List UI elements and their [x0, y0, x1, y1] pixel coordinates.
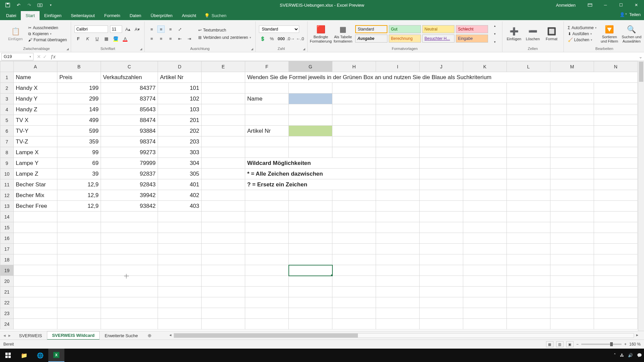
cell[interactable]: [420, 308, 463, 319]
row-header[interactable]: 20: [0, 276, 14, 287]
cell[interactable]: [202, 244, 245, 254]
cell[interactable]: [14, 212, 57, 222]
cell[interactable]: 88474: [101, 115, 158, 126]
cell[interactable]: [289, 319, 332, 329]
cell[interactable]: [550, 276, 594, 287]
cell[interactable]: [507, 254, 550, 265]
cell[interactable]: 39: [57, 169, 101, 179]
border-icon[interactable]: ▦: [103, 35, 110, 42]
cell[interactable]: [420, 179, 463, 190]
cell[interactable]: [202, 265, 245, 276]
cell[interactable]: Artikel Nr: [245, 126, 289, 136]
cell[interactable]: [376, 179, 420, 190]
cell[interactable]: [332, 115, 376, 126]
cell[interactable]: [463, 308, 507, 319]
font-name-input[interactable]: [74, 25, 108, 33]
cell[interactable]: 84377: [101, 83, 158, 94]
cell[interactable]: [376, 115, 420, 126]
cell[interactable]: [507, 169, 550, 179]
cell[interactable]: TV X: [14, 115, 57, 126]
cell[interactable]: 12,9: [57, 179, 101, 190]
percent-icon[interactable]: %: [268, 35, 276, 42]
cell[interactable]: Name: [245, 94, 289, 104]
start-button[interactable]: [0, 349, 16, 362]
row-header[interactable]: 1: [0, 72, 14, 83]
cell[interactable]: [420, 319, 463, 329]
cell[interactable]: [463, 276, 507, 287]
cell[interactable]: [420, 233, 463, 244]
row-header[interactable]: 12: [0, 190, 14, 201]
cell[interactable]: [14, 244, 57, 254]
cell[interactable]: TV-Z: [14, 136, 57, 147]
cell[interactable]: [463, 179, 507, 190]
cell[interactable]: [463, 244, 507, 254]
cell[interactable]: [289, 94, 332, 104]
cell[interactable]: [202, 158, 245, 169]
row-header[interactable]: 22: [0, 297, 14, 308]
cell[interactable]: [202, 190, 245, 201]
cell[interactable]: [507, 115, 550, 126]
cell[interactable]: [332, 147, 376, 158]
cell[interactable]: [158, 287, 202, 297]
cell[interactable]: [332, 287, 376, 297]
row-header[interactable]: 8: [0, 147, 14, 158]
number-format-select[interactable]: Standard: [259, 25, 299, 33]
column-header[interactable]: K: [463, 61, 507, 72]
cell[interactable]: [507, 244, 550, 254]
cell[interactable]: [332, 212, 376, 222]
cell[interactable]: [507, 276, 550, 287]
cell[interactable]: [463, 83, 507, 94]
cell[interactable]: [289, 308, 332, 319]
cell[interactable]: [289, 104, 332, 115]
cell[interactable]: 93884: [101, 126, 158, 136]
enter-formula-icon[interactable]: ✓: [43, 54, 47, 59]
cell[interactable]: [158, 319, 202, 329]
cell[interactable]: [507, 190, 550, 201]
row-header[interactable]: 18: [0, 254, 14, 265]
clear-button[interactable]: 🧹Löschen▾: [567, 37, 597, 43]
cell[interactable]: [245, 136, 289, 147]
cell[interactable]: [289, 201, 332, 212]
cell[interactable]: [507, 265, 550, 276]
view-page-layout-icon[interactable]: ▥: [556, 341, 564, 347]
cell[interactable]: [550, 297, 594, 308]
view-page-break-icon[interactable]: ▣: [566, 341, 574, 347]
cell[interactable]: 499: [57, 115, 101, 126]
cell[interactable]: [463, 222, 507, 233]
cell[interactable]: 203: [158, 136, 202, 147]
cell[interactable]: [507, 297, 550, 308]
sheet-tab-2[interactable]: SVERWEIS Wildcard: [47, 331, 100, 340]
cell[interactable]: Lampe Z: [14, 169, 57, 179]
cell[interactable]: [550, 308, 594, 319]
cell[interactable]: [507, 83, 550, 94]
cell[interactable]: [202, 115, 245, 126]
cell[interactable]: [57, 233, 101, 244]
format-painter-button[interactable]: 🖌Format übertragen: [28, 37, 67, 43]
scroll-left-icon[interactable]: ◄: [169, 333, 172, 337]
row-header[interactable]: 7: [0, 136, 14, 147]
column-header[interactable]: E: [202, 61, 245, 72]
cell[interactable]: [420, 222, 463, 233]
cell[interactable]: 103: [158, 104, 202, 115]
tray-notifications-icon[interactable]: 💬: [637, 353, 642, 358]
cell[interactable]: [550, 265, 594, 276]
row-header[interactable]: 11: [0, 179, 14, 190]
cell[interactable]: [245, 244, 289, 254]
vertical-scrollbar[interactable]: ▴ ▾: [638, 61, 644, 335]
cell[interactable]: [101, 276, 158, 287]
zoom-out-icon[interactable]: −: [576, 342, 579, 347]
cell[interactable]: Handy X: [14, 83, 57, 94]
cell[interactable]: [550, 179, 594, 190]
cell[interactable]: [420, 158, 463, 169]
tell-me-search[interactable]: 💡 Suchen: [201, 11, 230, 20]
cell[interactable]: [332, 190, 376, 201]
cell[interactable]: Verkaufszahlen: [101, 72, 158, 83]
cell[interactable]: [101, 222, 158, 233]
taskbar-edge-icon[interactable]: 🌐: [32, 349, 48, 362]
cell[interactable]: [101, 265, 158, 276]
cell[interactable]: [550, 115, 594, 126]
cell[interactable]: Preis: [57, 72, 101, 83]
cell[interactable]: [463, 319, 507, 329]
bold-icon[interactable]: F: [74, 35, 82, 42]
cell[interactable]: [376, 308, 420, 319]
